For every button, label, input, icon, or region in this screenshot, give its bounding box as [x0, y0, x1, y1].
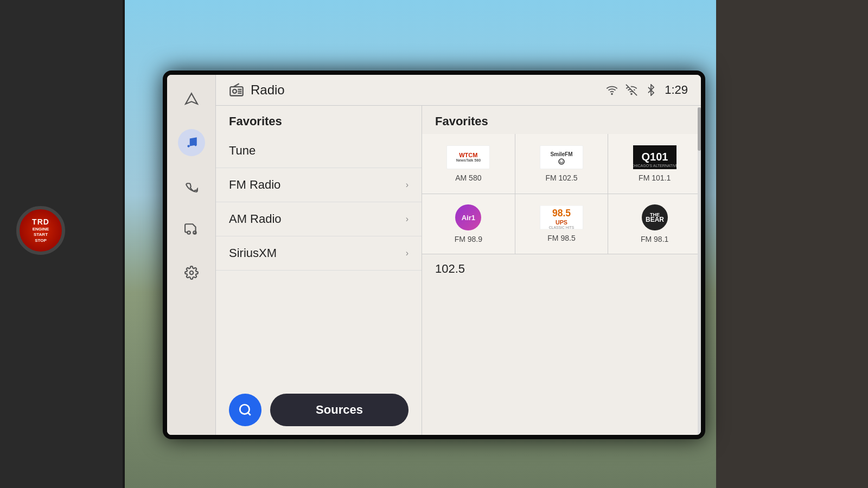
car-interior-left: TRD ENGINESTARTSTOP: [0, 0, 125, 488]
sidebar: [167, 75, 216, 435]
svg-text:CHICAGO'S ALTERNATIVE: CHICAGO'S ALTERNATIVE: [633, 164, 676, 168]
wireless-icon: [606, 84, 618, 96]
bear-freq: FM 98.1: [641, 235, 668, 243]
header: Radio: [216, 75, 701, 106]
svg-line-13: [248, 413, 251, 415]
search-button[interactable]: [229, 394, 261, 426]
right-panel: Favorites WTCM NewsTalk 580 AM 580: [422, 106, 701, 435]
scrollbar[interactable]: [698, 107, 701, 435]
trd-button[interactable]: TRD ENGINESTARTSTOP: [16, 206, 65, 255]
wtcm-freq: AM 580: [455, 174, 481, 182]
sidebar-item-vehicle[interactable]: [178, 216, 205, 243]
main-content: Radio: [216, 75, 701, 435]
svg-text:SmileFM: SmileFM: [550, 151, 572, 157]
svg-point-1: [187, 231, 190, 234]
siriusxm-label: SiriusXM: [229, 246, 277, 260]
svg-point-5: [233, 89, 237, 93]
right-section-title: Favorites: [422, 106, 701, 134]
svg-point-11: [631, 93, 632, 94]
fav-card-q101[interactable]: Q101 CHICAGO'S ALTERNATIVE FM 101.1: [608, 134, 701, 194]
menu-item-am-radio[interactable]: AM Radio ›: [216, 202, 422, 236]
svg-text:98.5: 98.5: [552, 208, 571, 219]
trd-sublabel: ENGINESTARTSTOP: [33, 227, 49, 243]
header-title: Radio: [251, 82, 285, 98]
car-interior-right: [716, 0, 868, 488]
sidebar-item-phone[interactable]: [178, 172, 205, 200]
sources-button[interactable]: Sources: [270, 394, 409, 426]
bear-logo: THE BEAR: [642, 204, 668, 230]
two-col-layout: Favorites Tune FM Radio › AM Radio › Sir…: [216, 106, 701, 435]
menu-item-fm-radio[interactable]: FM Radio ›: [216, 168, 422, 202]
header-left: Radio: [229, 82, 285, 98]
air1-freq: FM 98.9: [455, 235, 482, 243]
infotainment-screen: Radio: [163, 70, 705, 439]
svg-text:BEAR: BEAR: [646, 216, 664, 223]
fm-radio-chevron: ›: [406, 180, 409, 190]
svg-marker-0: [186, 93, 197, 104]
sidebar-item-music[interactable]: [178, 129, 205, 156]
trd-label: TRD: [32, 217, 49, 227]
985-logo: 98.5 UPS CLASSIC HITS: [540, 206, 583, 229]
sidebar-item-navigation[interactable]: [178, 86, 205, 113]
svg-point-16: [560, 160, 561, 162]
svg-point-2: [193, 231, 196, 234]
fav-card-air1[interactable]: Air1 FM 98.9: [422, 194, 515, 254]
clock: 1:29: [665, 83, 688, 97]
am-radio-chevron: ›: [406, 214, 409, 224]
now-playing-value: 102.5: [435, 262, 465, 275]
menu-item-siriusxm[interactable]: SiriusXM ›: [216, 236, 422, 271]
air1-logo: Air1: [455, 204, 481, 230]
fav-card-bear[interactable]: THE BEAR FM 98.1: [608, 194, 701, 254]
fav-card-985[interactable]: 98.5 UPS CLASSIC HITS FM 98.5: [515, 194, 608, 254]
sidebar-item-settings[interactable]: [178, 259, 205, 286]
svg-point-15: [559, 159, 564, 164]
am-radio-label: AM Radio: [229, 212, 282, 226]
svg-point-12: [240, 404, 249, 414]
985-freq: FM 98.5: [547, 234, 575, 242]
bluetooth-icon: [645, 84, 657, 96]
svg-text:UPS: UPS: [556, 219, 567, 226]
header-right: 1:29: [606, 83, 688, 97]
bottom-buttons: Sources: [216, 385, 422, 435]
now-playing: 102.5: [422, 254, 701, 284]
search-icon: [238, 403, 252, 417]
svg-point-17: [562, 160, 563, 162]
svg-text:Q101: Q101: [641, 151, 668, 163]
radio-icon: [229, 82, 244, 98]
svg-point-3: [189, 271, 193, 275]
menu-item-tune[interactable]: Tune: [216, 134, 422, 168]
fav-card-wtcm[interactable]: WTCM NewsTalk 580 AM 580: [422, 134, 515, 194]
left-panel: Favorites Tune FM Radio › AM Radio › Sir…: [216, 106, 422, 435]
signal-off-icon: [626, 84, 637, 96]
wtcm-logo: WTCM NewsTalk 580: [446, 145, 490, 169]
q101-logo: Q101 CHICAGO'S ALTERNATIVE: [633, 145, 676, 169]
tune-label: Tune: [229, 144, 256, 158]
siriusxm-chevron: ›: [406, 248, 409, 258]
svg-point-9: [611, 93, 612, 94]
smilefm-freq: FM 102.5: [545, 174, 577, 182]
favorites-grid: WTCM NewsTalk 580 AM 580 SmileFM: [422, 134, 701, 254]
smilefm-logo: SmileFM: [540, 145, 583, 169]
fav-card-smilefm[interactable]: SmileFM FM 102.5: [515, 134, 608, 194]
svg-text:CLASSIC HITS: CLASSIC HITS: [549, 226, 575, 229]
q101-freq: FM 101.1: [639, 174, 671, 182]
scrollbar-thumb[interactable]: [698, 107, 701, 151]
left-section-title: Favorites: [216, 106, 422, 134]
fm-radio-label: FM Radio: [229, 178, 280, 192]
